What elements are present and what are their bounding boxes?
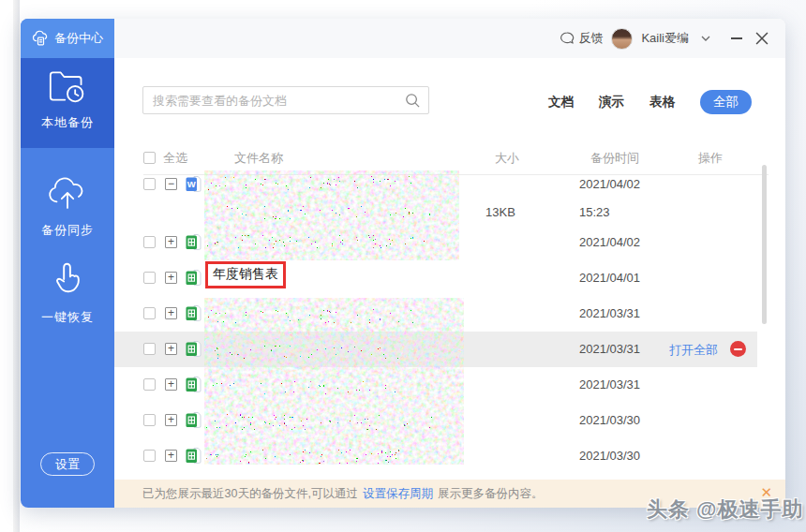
row-checkbox[interactable] [143,450,156,462]
feedback-button[interactable]: 反馈 [560,30,603,47]
row-backup-date: 2021/04/01 [579,271,640,285]
search-input[interactable] [153,87,398,113]
row-checkbox[interactable] [143,378,156,391]
row-backup-date: 2021/04/02 [579,177,640,191]
sheet-file-icon [186,447,202,468]
expand-expander[interactable]: + [165,378,177,391]
row-checkbox[interactable] [143,343,156,355]
expand-expander[interactable]: + [165,307,177,319]
column-name: 文件名称 [234,150,283,167]
censored-filenames-block [204,298,464,465]
titlebar: 反馈 Kaili爱编 [114,19,785,58]
chevron-down-icon[interactable] [697,30,714,47]
notice-text-after: 展示更多备份内容。 [438,487,544,500]
cloud-document-icon [32,30,50,47]
sheet-file-icon [186,376,202,397]
sidebar-item-local-backup[interactable]: 本地备份 [21,67,114,131]
svg-text:W: W [187,179,196,189]
row-checkbox[interactable] [143,307,156,319]
user-avatar[interactable] [611,28,633,50]
sheet-file-icon [186,269,202,290]
sidebar-header-label: 备份中心 [54,30,103,47]
row-backup-date: 2021/03/30 [579,413,640,427]
folder-clock-icon [47,67,88,109]
row-backup-date: 2021/03/31 [579,306,640,320]
table-row: + 年度销售表 2021/04/01 [21,264,785,292]
row-backup-date: 2021/03/31 [579,377,640,392]
username[interactable]: Kaili爱编 [641,30,689,47]
filter-tab-slides[interactable]: 演示 [599,94,624,111]
table-header: 全选 文件名称 大小 备份时间 操作 [21,150,785,169]
word-file-icon: W [186,175,202,197]
speech-bubble-icon [560,32,575,45]
sheet-file-icon [186,411,202,433]
expand-expander[interactable]: + [165,272,177,284]
open-all-link[interactable]: 打开全部 [669,342,718,359]
filter-tab-sheets[interactable]: 表格 [649,94,675,111]
feedback-label: 反馈 [578,30,603,47]
search-box [142,86,429,114]
filter-tab-all[interactable]: 全部 [700,90,752,114]
retention-settings-link[interactable]: 设置保存周期 [363,487,433,500]
expand-expander[interactable]: + [165,414,177,426]
search-icon[interactable] [405,93,421,112]
page-edge-strip [13,0,20,532]
version-time: 15:23 [579,205,610,219]
minimize-button[interactable] [728,30,745,47]
minimize-icon [731,37,742,39]
remove-icon[interactable] [730,341,746,357]
censored-filenames-block [204,170,459,260]
column-time: 备份时间 [590,150,639,167]
sidebar-header-backup-center: 备份中心 [21,19,114,58]
select-all-checkbox[interactable] [143,152,156,164]
file-name-annual-sales-sheet[interactable]: 年度销售表 [205,261,286,288]
collapse-expander[interactable]: − [165,178,177,190]
column-size: 大小 [495,150,519,167]
row-checkbox[interactable] [143,272,156,284]
close-button[interactable] [754,30,770,47]
version-size: 13KB [485,205,515,219]
notice-text-before: 已为您展示最近30天的备份文件,可以通过 [142,487,358,500]
sheet-file-icon [186,340,202,362]
column-action: 操作 [698,150,723,167]
expand-expander[interactable]: + [165,450,177,462]
sheet-file-icon [186,233,202,255]
expand-expander[interactable]: + [165,236,177,248]
sheet-file-icon [186,304,202,326]
select-all-label: 全选 [163,150,187,167]
row-backup-date: 2021/03/31 [579,342,640,356]
row-backup-date: 2021/03/30 [579,449,640,463]
row-checkbox[interactable] [143,414,156,426]
row-checkbox[interactable] [143,236,156,248]
expand-expander[interactable]: + [165,343,177,355]
filter-tab-docs[interactable]: 文档 [548,94,574,111]
filter-tabs: 文档 演示 表格 全部 [548,90,752,114]
close-icon [755,32,769,45]
row-checkbox[interactable] [143,178,156,190]
watermark: 头条 @极速手助 [647,495,804,524]
row-backup-date: 2021/04/02 [579,235,640,249]
vertical-scrollbar-thumb[interactable] [762,165,767,324]
sidebar-item-label: 本地备份 [21,114,114,131]
app-window: 备份中心 本地备份 备份同步 [21,19,785,508]
